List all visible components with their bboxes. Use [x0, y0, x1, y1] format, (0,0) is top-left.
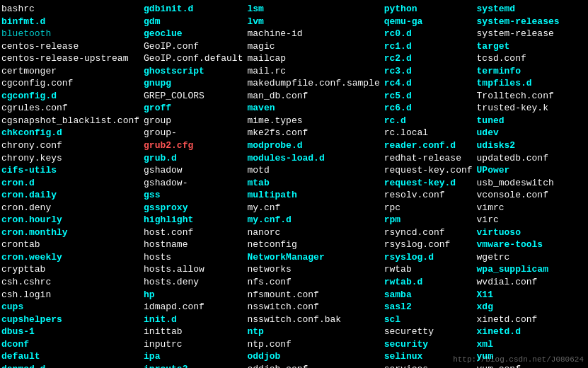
list-item[interactable]: makedumpfile.conf.sample	[247, 77, 379, 90]
list-item[interactable]: xml	[477, 338, 560, 351]
list-item[interactable]: mke2fs.conf	[247, 127, 379, 139]
list-item[interactable]: man_db.conf	[247, 90, 379, 103]
list-item[interactable]: cgsnapshot_blacklist.conf	[1, 115, 139, 127]
list-item[interactable]: nanorc	[247, 226, 379, 239]
list-item[interactable]: udisks2	[477, 139, 560, 152]
list-item[interactable]: nfsmount.conf	[247, 289, 379, 301]
list-item[interactable]: gnupg	[144, 77, 243, 90]
list-item[interactable]: magic	[247, 40, 379, 53]
list-item[interactable]: target	[477, 40, 560, 53]
list-item[interactable]: sasl2	[384, 301, 473, 314]
list-item[interactable]: reader.conf.d	[384, 139, 473, 152]
list-item[interactable]: request-key.d	[384, 177, 473, 190]
list-item[interactable]: networks	[247, 263, 379, 276]
list-item[interactable]: cups	[1, 301, 139, 314]
list-item[interactable]: hosts	[144, 251, 243, 264]
list-item[interactable]: gssproxy	[144, 202, 243, 214]
list-item[interactable]: GeoIP.conf	[144, 40, 243, 53]
list-item[interactable]: hosts.deny	[144, 276, 243, 289]
list-item[interactable]: gshadow-	[144, 177, 243, 190]
list-item[interactable]: csh.cshrc	[1, 276, 139, 289]
list-item[interactable]: crontab	[1, 238, 139, 251]
list-item[interactable]: csh.login	[1, 289, 139, 301]
list-item[interactable]: GeoIP.conf.default	[144, 52, 243, 65]
list-item[interactable]: cgconfig.d	[1, 90, 139, 103]
list-item[interactable]: gdbinit.d	[144, 3, 243, 16]
list-item[interactable]: netconfig	[247, 238, 379, 251]
list-item[interactable]: virc	[477, 214, 560, 226]
list-item[interactable]: rc2.d	[384, 52, 473, 65]
list-item[interactable]: bluetooth	[1, 28, 139, 40]
list-item[interactable]: gdm	[144, 16, 243, 28]
list-item[interactable]: chkconfig.d	[1, 127, 139, 139]
list-item[interactable]: NetworkManager	[247, 251, 379, 264]
list-item[interactable]: oddjob	[247, 350, 379, 363]
list-item[interactable]: oddjob.conf	[247, 363, 379, 368]
list-item[interactable]: rc.d	[384, 115, 473, 127]
list-item[interactable]: default	[1, 350, 139, 363]
list-item[interactable]: mtab	[247, 177, 379, 190]
list-item[interactable]: cifs-utils	[1, 164, 139, 177]
list-item[interactable]: depmod.d	[1, 363, 139, 368]
list-item[interactable]: tmpfiles.d	[477, 77, 560, 90]
list-item[interactable]: mail.rc	[247, 65, 379, 78]
list-item[interactable]: system-releases	[477, 16, 560, 28]
list-item[interactable]: rsyslog.conf	[384, 238, 473, 251]
list-item[interactable]: system-release	[477, 28, 560, 40]
list-item[interactable]: usb_modeswitch	[477, 177, 560, 190]
list-item[interactable]: wgetrc	[477, 251, 560, 264]
list-item[interactable]: centos-release	[1, 40, 139, 53]
list-item[interactable]: modprobe.d	[247, 139, 379, 152]
list-item[interactable]: motd	[247, 164, 379, 177]
list-item[interactable]: modules-load.d	[247, 152, 379, 165]
list-item[interactable]: rc0.d	[384, 28, 473, 40]
list-item[interactable]: request-key.conf	[384, 164, 473, 177]
list-item[interactable]: rpc	[384, 202, 473, 214]
list-item[interactable]: iproute2	[144, 363, 243, 368]
list-item[interactable]: samba	[384, 289, 473, 301]
list-item[interactable]: host.conf	[144, 226, 243, 239]
list-item[interactable]: X11	[477, 289, 560, 301]
list-item[interactable]: xinetd.d	[477, 326, 560, 338]
list-item[interactable]: rc3.d	[384, 65, 473, 78]
list-item[interactable]: machine-id	[247, 28, 379, 40]
list-item[interactable]: qemu-ga	[384, 16, 473, 28]
list-item[interactable]: tuned	[477, 115, 560, 127]
list-item[interactable]: udev	[477, 127, 560, 139]
list-item[interactable]: terminfo	[477, 65, 560, 78]
list-item[interactable]: nsswitch.conf.bak	[247, 314, 379, 326]
list-item[interactable]: gss	[144, 189, 243, 202]
list-item[interactable]: mime.types	[247, 115, 379, 127]
list-item[interactable]: rpm	[384, 214, 473, 226]
list-item[interactable]: lvm	[247, 16, 379, 28]
list-item[interactable]: dbus-1	[1, 326, 139, 338]
list-item[interactable]: tcsd.conf	[477, 52, 560, 65]
list-item[interactable]: cron.daily	[1, 189, 139, 202]
list-item[interactable]: xdg	[477, 301, 560, 314]
list-item[interactable]: cron.monthly	[1, 226, 139, 239]
list-item[interactable]: dconf	[1, 338, 139, 351]
list-item[interactable]: trusted-key.k	[477, 102, 560, 115]
list-item[interactable]: resolv.conf	[384, 189, 473, 202]
list-item[interactable]: certmonger	[1, 65, 139, 78]
list-item[interactable]: centos-release-upstream	[1, 52, 139, 65]
list-item[interactable]: virtuoso	[477, 226, 560, 239]
list-item[interactable]: maven	[247, 102, 379, 115]
list-item[interactable]: cgconfig.conf	[1, 77, 139, 90]
list-item[interactable]: hosts.allow	[144, 263, 243, 276]
list-item[interactable]: inittab	[144, 326, 243, 338]
list-item[interactable]: bashrc	[1, 3, 139, 16]
list-item[interactable]: vconsole.conf	[477, 189, 560, 202]
list-item[interactable]: ntp.conf	[247, 338, 379, 351]
list-item[interactable]: xinetd.conf	[477, 314, 560, 326]
list-item[interactable]: Trolltech.conf	[477, 90, 560, 103]
list-item[interactable]: wvdial.conf	[477, 276, 560, 289]
list-item[interactable]: cupshelpers	[1, 314, 139, 326]
list-item[interactable]: cron.weekly	[1, 251, 139, 264]
list-item[interactable]: security	[384, 338, 473, 351]
list-item[interactable]: rc.local	[384, 127, 473, 139]
list-item[interactable]: chrony.keys	[1, 152, 139, 165]
list-item[interactable]: crypttab	[1, 263, 139, 276]
list-item[interactable]: rsyncd.conf	[384, 226, 473, 239]
list-item[interactable]: hostname	[144, 238, 243, 251]
